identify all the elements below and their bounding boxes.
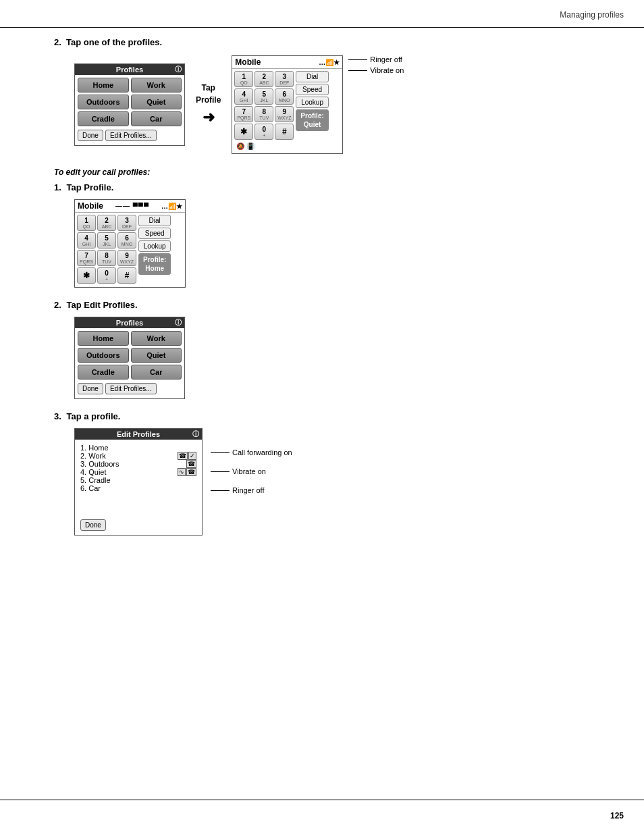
ringer-vibrate-annotations: Ringer off Vibrate on (348, 55, 404, 84)
work-btn-2[interactable]: Work (131, 331, 182, 346)
car-btn-1[interactable]: Car (131, 111, 182, 126)
keypad-1: 1QO 2ABC 3DEF 4GHI 5JKL 6MNO (232, 69, 296, 153)
page-header: Managing profiles (560, 10, 624, 20)
speed-btn-2[interactable]: Speed (138, 228, 171, 239)
cradle-btn-1[interactable]: Cradle (78, 111, 129, 126)
panel-grid-1: Home Work Outdoors Quiet Cradle Car (78, 78, 182, 126)
key2-star[interactable]: ✱ (77, 267, 96, 284)
cradle-btn-2[interactable]: Cradle (78, 365, 129, 380)
list-item-car[interactable]: 6. Car (80, 484, 196, 492)
panel-body-2: Home Work Outdoors Quiet Cradle Car Done… (75, 328, 184, 398)
phone-title-1: Mobile (235, 57, 261, 67)
key-2[interactable]: 2ABC (254, 71, 273, 87)
call-fwd-annotation: Call forwarding on (211, 448, 292, 457)
key-5[interactable]: 5JKL (254, 88, 273, 105)
item-work-num: 2. Work (80, 452, 106, 460)
list-item-work[interactable]: 2. Work ☎ ✓ (80, 452, 196, 460)
key2-8[interactable]: 8TUV (97, 250, 116, 266)
phone-status-2: —— ▀▀▀ (115, 203, 149, 210)
home-btn-2[interactable]: Home (78, 331, 129, 346)
vibrate-line-2 (211, 471, 230, 472)
panel-title-2: Profiles (116, 319, 143, 327)
panel-header-2: Profiles ⓘ (75, 317, 184, 328)
done-btn-3[interactable]: Done (80, 519, 106, 531)
key2-0[interactable]: 0+ (97, 267, 116, 284)
done-btn-1[interactable]: Done (78, 130, 103, 141)
header-title: Managing profiles (560, 10, 624, 20)
quiet-btn-2[interactable]: Quiet (131, 348, 182, 363)
lookup-btn-2[interactable]: Lookup (138, 240, 171, 252)
key-7[interactable]: 7PQRS (234, 106, 253, 122)
key-0[interactable]: 0+ (254, 124, 273, 140)
work-icons: ☎ ✓ (178, 452, 196, 460)
step2-2-label: 2. Tap Edit Profiles. (54, 300, 617, 310)
phone-status-icons-1: …📶★ (319, 59, 340, 66)
vibrate-on-label: Vibrate on (370, 66, 404, 74)
home-btn-1[interactable]: Home (78, 78, 129, 93)
quiet-btn-1[interactable]: Quiet (131, 95, 182, 109)
profiles-panel-1: Profiles ⓘ Home Work Outdoors Quiet Crad… (74, 63, 185, 146)
work-btn-1[interactable]: Work (131, 78, 182, 93)
panel-2: Profiles ⓘ Home Work Outdoors Quiet Crad… (74, 317, 185, 399)
top-rule (0, 27, 644, 28)
vibrate-line (348, 70, 367, 71)
key2-2[interactable]: 2ABC (97, 215, 116, 231)
outdoors-btn-1[interactable]: Outdoors (78, 95, 129, 109)
edit-btn-2[interactable]: Edit Profiles... (105, 383, 157, 394)
call-fwd-line (211, 452, 230, 453)
edit-annotations: Call forwarding on Vibrate on Ringer off (211, 428, 292, 494)
key2-hash[interactable]: # (117, 267, 136, 284)
key-9[interactable]: 9WXYZ (275, 106, 294, 122)
step2-3-label: 3. Tap a profile. (54, 411, 617, 421)
ringer-off-annotation: Ringer off (348, 55, 404, 63)
lookup-btn-1[interactable]: Lookup (296, 97, 328, 108)
profile-home-btn-2[interactable]: Profile:Home (138, 253, 171, 275)
vibrate-annotation-2: Vibrate on (211, 467, 292, 475)
profile-label: Profile (196, 95, 221, 105)
key2-5[interactable]: 5JKL (97, 232, 116, 249)
key-star[interactable]: ✱ (234, 124, 253, 140)
key2-7[interactable]: 7PQRS (77, 250, 96, 266)
profiles-panel-2-container: Profiles ⓘ Home Work Outdoors Quiet Crad… (74, 317, 617, 399)
phone-screen-2: Mobile —— ▀▀▀ …📶★ 1QO 2ABC 3DEF 4GHI 5JK… (74, 199, 186, 288)
section2: To edit your call profiles: 1. Tap Profi… (54, 167, 617, 536)
list-item-home[interactable]: 1. Home (80, 444, 196, 452)
step1-label: 2. Tap one of the profiles. (54, 37, 617, 47)
panel-header-1: Profiles ⓘ (75, 64, 184, 75)
fwd-icon-quiet: ☎ (186, 468, 196, 476)
list-item-outdoors[interactable]: 3. Outdoors ☎ (80, 460, 196, 468)
key-8[interactable]: 8TUV (254, 106, 273, 122)
edit-btn-1[interactable]: Edit Profiles... (105, 130, 157, 141)
key-1[interactable]: 1QO (234, 71, 253, 87)
edit-panel-header: Edit Profiles ⓘ (75, 429, 202, 440)
call-fwd-label: Call forwarding on (232, 448, 292, 457)
dial-btn-1[interactable]: Dial (296, 71, 328, 82)
key-4[interactable]: 4GHI (234, 88, 253, 105)
key2-3[interactable]: 3DEF (117, 215, 136, 231)
key2-1[interactable]: 1QO (77, 215, 96, 231)
phone-icons-2: …📶★ (161, 203, 182, 210)
key-6[interactable]: 6MNO (275, 88, 294, 105)
key-3[interactable]: 3DEF (275, 71, 294, 87)
dial-btn-2[interactable]: Dial (138, 215, 171, 226)
page-footer: 125 (610, 811, 624, 820)
key-row-2: 4GHI 5JKL 6MNO (234, 88, 294, 105)
done-btn-2[interactable]: Done (78, 383, 103, 394)
key2-4[interactable]: 4GHI (77, 232, 96, 249)
key-hash[interactable]: # (275, 124, 294, 140)
car-btn-2[interactable]: Car (131, 365, 182, 380)
speed-btn-1[interactable]: Speed (296, 84, 328, 95)
profile-quiet-btn-1[interactable]: Profile:Quiet (296, 109, 328, 131)
main-content: 2. Tap one of the profiles. Profiles ⓘ H… (54, 37, 617, 549)
key2-6[interactable]: 6MNO (117, 232, 136, 249)
phone-title-2: Mobile (78, 201, 103, 211)
outdoors-btn-2[interactable]: Outdoors (78, 348, 129, 363)
list-item-quiet[interactable]: 4. Quiet ∿ ☎ (80, 468, 196, 476)
key2-9[interactable]: 9WXYZ (117, 250, 136, 266)
list-item-cradle[interactable]: 5. Cradle (80, 476, 196, 484)
section2-heading: To edit your call profiles: (54, 167, 617, 177)
quiet-icons: ∿ ☎ (178, 468, 196, 476)
phone-icons-row: 🔕 📳 (234, 141, 294, 151)
outdoors-icons: ☎ (186, 460, 196, 468)
ringer-off-label: Ringer off (370, 55, 402, 63)
